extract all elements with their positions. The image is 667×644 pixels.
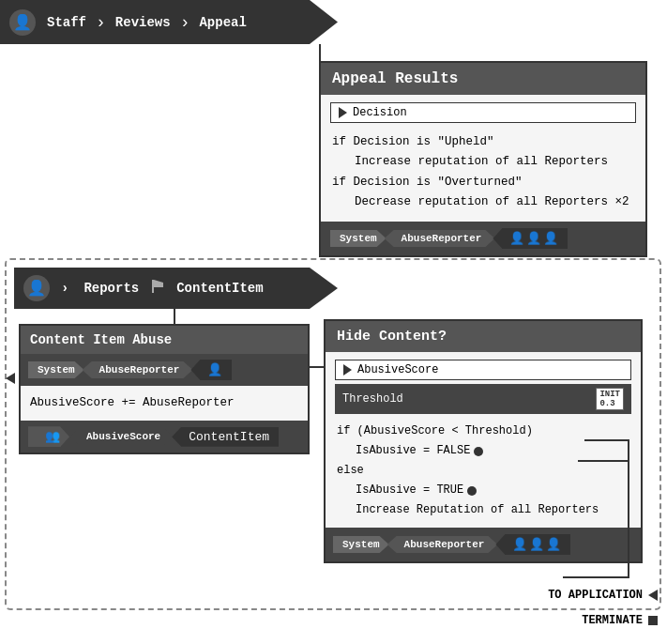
arrow-right-icon	[6, 373, 15, 384]
hide-system-chip: System	[333, 536, 389, 553]
content-top-footer: System AbuseReporter 👤	[21, 354, 308, 386]
to-application-label: TO APPLICATION	[548, 589, 658, 602]
appeal-body: if Decision is "Upheld" Increase reputat…	[321, 127, 645, 222]
appeal-line-3: if Decision is "Overturned"	[332, 173, 634, 192]
appeal-line-4: Decrease reputation of all Reporters ×2	[332, 192, 634, 212]
appeal-footer-users: 👤 👤 👤	[493, 228, 568, 249]
to-application-arrow	[648, 590, 658, 601]
flag-icon	[150, 279, 165, 294]
false-connector-h	[584, 439, 629, 441]
connector-v-top	[319, 44, 321, 61]
hide-user-icon-3: 👤	[546, 537, 561, 552]
content-contentitem-chip: ContentItem	[172, 427, 279, 447]
appeal-line-1: if Decision is "Upheld"	[332, 132, 634, 152]
user-icon-1: 👤	[509, 231, 524, 246]
hide-abusereporter-chip: AbuseReporter	[387, 536, 498, 553]
breadcrumb-sep-2: ›	[180, 13, 190, 32]
true-dot	[467, 486, 477, 496]
appeal-results-card: Appeal Results Decision if Decision is "…	[319, 61, 647, 257]
decision-label: Decision	[353, 106, 407, 119]
threshold-badge: INIT0.3	[596, 388, 624, 410]
content-system-chip: System	[28, 361, 84, 378]
breadcrumb-staff: Staff	[39, 15, 94, 30]
appeal-card-title: Appeal Results	[321, 63, 645, 95]
breadcrumb-appeal: Appeal	[191, 15, 253, 30]
threshold-bar[interactable]: Threshold INIT0.3	[335, 384, 631, 414]
appeal-footer: System AbuseReporter 👤 👤 👤	[321, 222, 645, 255]
false-connector-h2	[563, 576, 629, 578]
bottom-breadcrumb-staff: ›	[53, 281, 76, 296]
hide-line-4-text: IsAbusive = TRUE	[356, 481, 463, 500]
abusive-label: AbusiveScore	[357, 363, 438, 376]
hide-line-2-text: IsAbusive = FALSE	[356, 441, 470, 461]
hide-user-icon-2: 👤	[529, 537, 544, 552]
decision-bar[interactable]: Decision	[330, 102, 636, 123]
true-connector-h	[578, 460, 629, 462]
appeal-footer-system: System	[330, 230, 387, 247]
hide-user-icon-1: 👤	[512, 537, 527, 552]
hide-content-card: Hide Content? AbusiveScore Threshold INI…	[324, 319, 643, 563]
terminate-text: TERMINATE	[582, 614, 643, 627]
left-arrow-indicator	[6, 373, 15, 384]
hide-line-3: else	[337, 461, 629, 481]
flag-container	[150, 279, 165, 298]
hide-body: if (AbusiveScore < Threshold) IsAbusive …	[326, 418, 641, 528]
hide-line-5: Increase Reputation of all Reporters	[337, 500, 629, 520]
hide-users-chip: 👤 👤 👤	[495, 534, 570, 555]
breadcrumb-sep-1: ›	[96, 13, 106, 32]
abusive-bar[interactable]: AbusiveScore	[335, 360, 631, 380]
false-dot	[474, 447, 483, 456]
play-icon-hide	[343, 364, 352, 376]
hide-line-4: IsAbusive = TRUE	[337, 481, 629, 500]
appeal-footer-abusereporter: AbuseReporter	[385, 230, 495, 247]
staff-icon: 👤	[9, 9, 36, 36]
content-bottom-footer: 👥 AbusiveScore ContentItem	[21, 421, 308, 452]
top-breadcrumb-bar: 👤 Staff › Reviews › Appeal	[0, 0, 338, 44]
content-item-abuse-card: Content Item Abuse System AbuseReporter …	[19, 324, 310, 454]
bottom-breadcrumb-reports: Reports	[76, 281, 146, 296]
to-application-text: TO APPLICATION	[548, 589, 643, 602]
content-users-chip: 👥	[28, 426, 69, 447]
content-abusereporter-chip: AbuseReporter	[83, 361, 193, 378]
hide-line-1: if (AbusiveScore < Threshold)	[337, 422, 629, 441]
appeal-line-2: Increase reputation of all Reporters	[332, 152, 634, 172]
play-icon	[339, 107, 347, 118]
content-users-icon: 👥	[45, 429, 60, 444]
content-abusivescore-chip: AbusiveScore	[69, 428, 174, 445]
svg-marker-1	[154, 280, 163, 287]
bottom-breadcrumb-bar: 👤 › Reports ContentItem	[14, 268, 338, 309]
hide-line-2: IsAbusive = FALSE	[337, 441, 629, 461]
hide-card-title: Hide Content?	[326, 321, 641, 352]
content-card-title: Content Item Abuse	[21, 326, 308, 354]
breadcrumb-reviews: Reviews	[108, 15, 178, 30]
threshold-label: Threshold	[342, 392, 403, 406]
svg-rect-0	[152, 280, 154, 293]
bottom-breadcrumb-contentitem: ContentItem	[169, 281, 270, 296]
content-user-chip: 👤	[190, 360, 232, 380]
terminate-label: TERMINATE	[582, 614, 658, 627]
terminate-square	[648, 616, 658, 625]
user-icon-3: 👤	[543, 231, 558, 246]
bottom-staff-icon: 👤	[23, 275, 50, 301]
content-body: AbusiveScore += AbuseReporter	[21, 386, 308, 421]
hide-footer: System AbuseReporter 👤 👤 👤	[326, 528, 641, 561]
user-icon-2: 👤	[526, 231, 541, 246]
content-user-icon: 👤	[207, 362, 222, 377]
